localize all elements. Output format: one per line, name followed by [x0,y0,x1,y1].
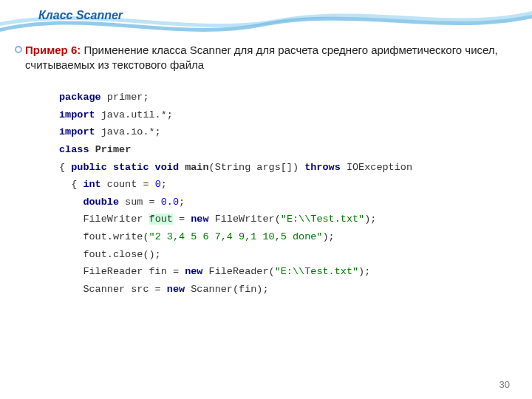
page-title: Класс Scanner [38,9,123,22]
bullet-icon [15,46,22,53]
code-block: package primer; import java.util.*; impo… [59,89,412,299]
example-label: Пример 6: [25,44,81,56]
page-number: 30 [499,379,510,390]
decorative-wave [0,0,532,44]
example-description: Пример 6: Применение класса Scanner для … [25,43,510,73]
example-text: Применение класса Scanner для для расчет… [25,44,498,71]
